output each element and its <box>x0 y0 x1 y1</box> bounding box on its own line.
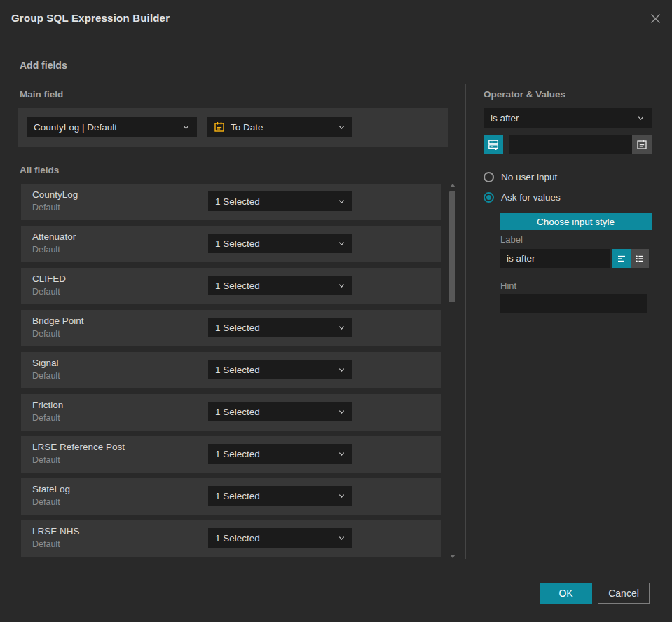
field-row: LRSE Reference Post Default 1 Selected <box>21 436 441 473</box>
field-selection-dropdown[interactable]: 1 Selected <box>208 276 352 295</box>
field-selection-dropdown[interactable]: 1 Selected <box>208 444 352 464</box>
field-row: StateLog Default 1 Selected <box>21 478 441 515</box>
field-selection-dropdown[interactable]: 1 Selected <box>208 528 352 548</box>
calendar-icon <box>636 139 647 150</box>
operator-values-heading: Operator & Values <box>484 89 565 100</box>
column-divider <box>465 84 466 559</box>
field-selection-value: 1 Selected <box>215 323 260 333</box>
field-selection-value: 1 Selected <box>215 533 260 543</box>
chevron-down-icon <box>338 492 345 500</box>
label-input[interactable] <box>500 249 610 268</box>
group-sql-expression-builder-dialog: Group SQL Expression Builder Add fields … <box>0 0 672 622</box>
field-selection-value: 1 Selected <box>215 407 260 417</box>
dialog-title: Group SQL Expression Builder <box>11 12 170 24</box>
chevron-down-icon <box>182 123 190 131</box>
all-fields-list: CountyLog Default 1 Selected Attenuator … <box>21 184 441 562</box>
field-selection-value: 1 Selected <box>215 196 260 207</box>
cancel-button[interactable]: Cancel <box>598 583 650 604</box>
no-user-input-label: No user input <box>501 172 557 182</box>
single-line-style-button[interactable] <box>612 249 631 268</box>
field-selection-dropdown[interactable]: 1 Selected <box>208 360 352 379</box>
no-user-input-radio[interactable]: No user input <box>484 172 557 182</box>
main-field-date-select[interactable]: To Date <box>207 117 352 137</box>
field-selection-value: 1 Selected <box>215 365 260 375</box>
field-row: Signal Default 1 Selected <box>21 352 441 388</box>
operator-select-value: is after <box>491 113 519 123</box>
field-row: Friction Default 1 Selected <box>21 394 441 431</box>
chevron-down-icon <box>338 366 345 374</box>
radio-selected-icon <box>484 192 494 203</box>
radio-unselected-icon <box>484 172 494 182</box>
value-input-row <box>484 135 652 154</box>
operator-select[interactable]: is after <box>484 108 652 128</box>
chevron-down-icon <box>637 114 645 122</box>
label-input-row <box>500 249 649 268</box>
main-field-heading: Main field <box>20 89 63 100</box>
chevron-down-icon <box>338 123 345 131</box>
chevron-down-icon <box>338 282 345 290</box>
scrollbar-up-arrow-icon[interactable] <box>450 184 455 187</box>
main-field-select[interactable]: CountyLog | Default <box>27 117 197 137</box>
chevron-down-icon <box>338 198 345 205</box>
field-row: Bridge Point Default 1 Selected <box>21 310 441 346</box>
field-selection-value: 1 Selected <box>215 238 260 249</box>
chevron-down-icon <box>338 534 345 542</box>
field-selection-dropdown[interactable]: 1 Selected <box>208 191 352 211</box>
field-selection-value: 1 Selected <box>215 491 260 501</box>
label-caption: Label <box>500 234 523 245</box>
list-values-icon <box>634 253 645 264</box>
scrollbar-thumb[interactable] <box>449 191 455 302</box>
field-selection-dropdown[interactable]: 1 Selected <box>208 402 352 421</box>
scrollbar-down-arrow-icon[interactable] <box>450 555 455 558</box>
close-icon <box>650 13 661 25</box>
calendar-icon <box>214 121 225 133</box>
input-style-toggle-group <box>612 249 649 268</box>
main-field-date-value: To Date <box>231 122 263 133</box>
list-values-style-button[interactable] <box>631 249 649 268</box>
hint-input[interactable] <box>500 294 647 313</box>
field-row: LRSE NHS Default 1 Selected <box>21 520 441 557</box>
single-line-input-icon <box>616 253 627 264</box>
field-selection-dropdown[interactable]: 1 Selected <box>208 486 352 506</box>
field-row: CLIFED Default 1 Selected <box>21 268 441 304</box>
unique-values-button[interactable] <box>484 135 503 154</box>
hint-caption: Hint <box>500 280 516 291</box>
add-fields-heading: Add fields <box>20 60 67 71</box>
field-selection-value: 1 Selected <box>215 280 260 291</box>
ok-button[interactable]: OK <box>540 583 592 604</box>
close-button[interactable] <box>648 11 662 25</box>
chevron-down-icon <box>338 240 345 248</box>
field-selection-value: 1 Selected <box>215 449 260 459</box>
ask-for-values-label: Ask for values <box>501 192 561 203</box>
field-row: CountyLog Default 1 Selected <box>21 184 441 220</box>
field-row: Attenuator Default 1 Selected <box>21 226 441 262</box>
value-input[interactable] <box>509 135 632 154</box>
main-field-panel: CountyLog | Default To Date <box>18 108 448 147</box>
chevron-down-icon <box>338 408 345 416</box>
main-field-select-value: CountyLog | Default <box>34 122 117 133</box>
ask-for-values-radio[interactable]: Ask for values <box>484 192 561 203</box>
field-selection-dropdown[interactable]: 1 Selected <box>208 234 352 253</box>
date-picker-button[interactable] <box>632 135 652 154</box>
chevron-down-icon <box>338 324 345 332</box>
choose-input-style-button[interactable]: Choose input style <box>500 213 652 230</box>
chevron-down-icon <box>338 450 345 458</box>
dialog-titlebar: Group SQL Expression Builder <box>0 0 672 36</box>
list-scrollbar[interactable] <box>448 182 457 560</box>
all-fields-heading: All fields <box>20 165 59 175</box>
field-selection-dropdown[interactable]: 1 Selected <box>208 318 352 337</box>
unique-values-stack-icon <box>488 139 499 150</box>
